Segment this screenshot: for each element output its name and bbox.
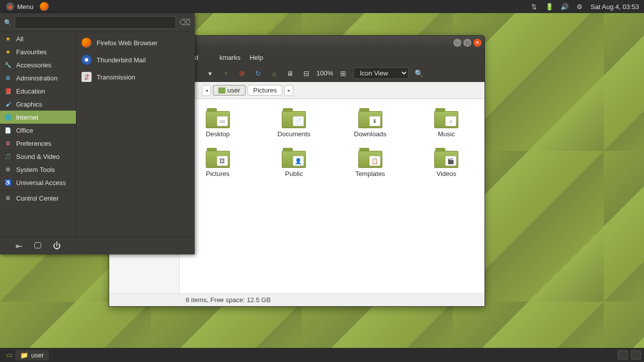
office-icon: 📄	[4, 126, 12, 134]
system-tools-icon: ⚙	[4, 165, 12, 173]
folder-label: Documents	[277, 130, 310, 138]
clock-label[interactable]: Sat Aug 4, 03:53	[591, 3, 639, 11]
battery-icon[interactable]: 🔋	[545, 3, 553, 11]
stop-icon[interactable]: ⊘	[236, 67, 248, 79]
folder-desktop[interactable]: ▭ Desktop	[190, 108, 246, 138]
control-center-icon: ⚙	[4, 194, 12, 202]
folder-label: Music	[438, 130, 455, 138]
category-item-universal-access[interactable]: ♿Universal Access	[0, 176, 76, 189]
folder-downloads[interactable]: ⬇ Downloads	[342, 108, 398, 138]
folder-label: Downloads	[354, 130, 386, 138]
taskbar-window-entry[interactable]: 📁 user	[15, 350, 49, 360]
thunderbird-icon	[82, 55, 92, 65]
search-icon: 🔍	[4, 19, 12, 26]
home-icon[interactable]: ⌂	[268, 67, 280, 79]
bottom-taskbar: ▭ 📁 user	[0, 348, 644, 362]
folder-icon: ♪	[434, 108, 458, 128]
menubar-item-partial[interactable]: d	[195, 54, 198, 61]
folder-templates[interactable]: 📋 Templates	[342, 148, 398, 177]
all-icon: ★	[4, 35, 12, 43]
settings-gear-icon[interactable]: ⚙	[576, 3, 584, 11]
app-list: Firefox Web BrowserThunderbird Mail⇵Tran…	[76, 32, 195, 237]
firefox-launcher-icon[interactable]	[40, 2, 49, 11]
universal-access-icon: ♿	[4, 178, 12, 187]
folder-documents[interactable]: 📄 Documents	[266, 108, 323, 138]
zoom-in-icon[interactable]: ⊞	[337, 67, 349, 79]
folder-icon: 🖼	[206, 148, 230, 168]
category-item-control-center[interactable]: ⚙Control Center	[0, 192, 76, 205]
lock-screen-icon[interactable]: 🖵	[33, 241, 42, 250]
preferences-icon: ⚙	[4, 139, 12, 147]
status-text: 8 items, Free space: 12.5 GB	[186, 296, 271, 304]
folder-videos[interactable]: 🎬 Videos	[419, 148, 475, 177]
maximize-button[interactable]: ◻	[463, 39, 471, 47]
statusbar: 8 items, Free space: 12.5 GB	[109, 293, 485, 306]
menu-label: Menu	[17, 3, 34, 11]
folder-pictures[interactable]: 🖼 Pictures	[190, 148, 246, 177]
path-segment-pictures[interactable]: Pictures	[248, 85, 282, 96]
path-forward-icon[interactable]: ▸	[284, 85, 293, 96]
reload-icon[interactable]: ↻	[252, 67, 264, 79]
path-back-icon[interactable]: ◂	[202, 85, 211, 96]
category-item-education[interactable]: 📕Education	[0, 84, 76, 98]
close-button[interactable]: ✕	[473, 39, 481, 47]
category-item-office[interactable]: 📄Office	[0, 124, 76, 137]
application-menu: 🔍 ⌫ ★All★Favourites🔧Accessories⚙Administ…	[0, 13, 195, 254]
menubar-help[interactable]: Help	[250, 54, 263, 61]
menu-search-input[interactable]	[15, 16, 176, 29]
app-item-transmission[interactable]: ⇵Transmission	[76, 68, 195, 85]
administration-icon: ⚙	[4, 74, 12, 82]
folder-icon: 👤	[282, 148, 306, 168]
app-item-firefox-web-browser[interactable]: Firefox Web Browser	[76, 34, 195, 51]
folder-icon: 📋	[358, 148, 382, 168]
category-item-graphics[interactable]: 🖌Graphics	[0, 98, 76, 111]
category-item-favourites[interactable]: ★Favourites	[0, 45, 76, 58]
ubuntu-logo-icon: ◉	[6, 3, 14, 11]
transmission-icon: ⇵	[82, 72, 92, 82]
folder-label: Desktop	[206, 130, 230, 138]
internet-icon: 🌐	[4, 113, 12, 121]
app-item-thunderbird-mail[interactable]: Thunderbird Mail	[76, 51, 195, 68]
menu-button[interactable]: ◉ Menu	[2, 1, 38, 13]
category-item-preferences[interactable]: ⚙Preferences	[0, 137, 76, 150]
icon-grid[interactable]: ▭ Desktop 📄 Documents ⬇ Downloads ♪ Musi…	[180, 99, 485, 293]
category-item-accessories[interactable]: 🔧Accessories	[0, 58, 76, 71]
accessories-icon: 🔧	[4, 61, 12, 69]
zoom-level: 100%	[316, 69, 333, 77]
folder-icon: ⬇	[358, 108, 382, 128]
view-mode-select[interactable]: Icon View	[353, 67, 409, 79]
volume-icon[interactable]: 🔊	[560, 3, 569, 11]
firefox-icon	[82, 38, 92, 48]
zoom-out-icon[interactable]: ⊟	[300, 67, 312, 79]
menubar-bookmarks[interactable]: kmarks	[219, 54, 240, 61]
top-panel: ◉ Menu ⇅ 🔋 🔊 ⚙ Sat Aug 4, 03:53	[0, 0, 644, 13]
folder-label: Pictures	[206, 170, 229, 177]
folder-label: Public	[285, 170, 303, 177]
category-item-system-tools[interactable]: ⚙System Tools	[0, 163, 76, 176]
network-icon[interactable]: ⇅	[530, 3, 538, 11]
trash-icon[interactable]	[631, 350, 641, 359]
up-arrow-icon[interactable]: ↑	[220, 67, 232, 79]
minimize-button[interactable]: ─	[453, 39, 461, 47]
sound-video-icon: 🎵	[4, 152, 12, 160]
logout-icon[interactable]: ⇤	[14, 241, 23, 250]
category-item-administration[interactable]: ⚙Administration	[0, 71, 76, 84]
category-item-internet[interactable]: 🌐Internet	[0, 111, 76, 124]
power-icon[interactable]: ⏻	[52, 241, 61, 250]
folder-label: Templates	[355, 170, 385, 177]
category-list: ★All★Favourites🔧Accessories⚙Administrati…	[0, 32, 76, 237]
workspace-switcher-icon[interactable]	[618, 350, 628, 359]
computer-icon[interactable]: 🖥	[284, 67, 296, 79]
category-item-sound-video[interactable]: 🎵Sound & Video	[0, 150, 76, 163]
path-segment-user[interactable]: user	[213, 85, 246, 96]
folder-public[interactable]: 👤 Public	[266, 148, 323, 177]
search-icon[interactable]: 🔍	[413, 67, 425, 79]
dropdown-arrow-icon[interactable]: ▾	[204, 67, 216, 79]
folder-icon: 📁	[20, 351, 28, 359]
category-item-all[interactable]: ★All	[0, 32, 76, 45]
folder-music[interactable]: ♪ Music	[419, 108, 475, 138]
education-icon: 📕	[4, 87, 12, 95]
clear-search-icon[interactable]: ⌫	[179, 18, 191, 27]
show-desktop-icon[interactable]: ▭	[3, 349, 15, 361]
graphics-icon: 🖌	[4, 100, 12, 108]
